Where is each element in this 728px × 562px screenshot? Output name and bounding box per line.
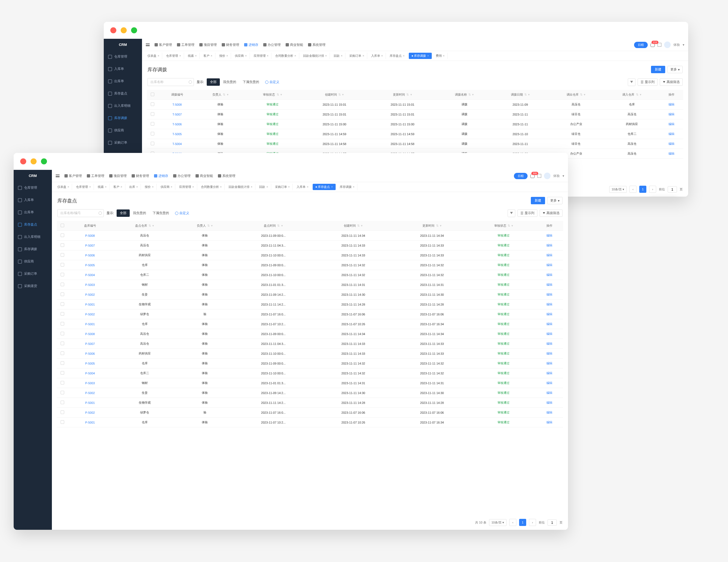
topnav-item[interactable]: 系统管理 xyxy=(308,43,325,47)
row-checkbox[interactable] xyxy=(61,420,64,424)
minimize-icon[interactable] xyxy=(121,27,127,33)
edit-link[interactable]: 编辑 xyxy=(546,273,552,276)
edit-link[interactable]: 编辑 xyxy=(546,391,552,394)
sidebar-item[interactable]: 仓库管理 xyxy=(104,51,142,63)
tab-close-icon[interactable]: × xyxy=(353,185,354,188)
filter-col-icon[interactable]: ▾ xyxy=(281,224,283,227)
avatar[interactable] xyxy=(664,42,671,48)
edit-link[interactable]: 编辑 xyxy=(546,421,552,424)
tab[interactable]: 合同数量分析× xyxy=(273,53,299,59)
avatar[interactable] xyxy=(544,173,551,179)
search-input[interactable]: 出库名称/编号 xyxy=(57,209,104,217)
bell-icon[interactable]: 215 xyxy=(650,43,655,47)
more-button[interactable]: 更多 ▾ xyxy=(667,66,683,73)
edit-link[interactable]: 编辑 xyxy=(668,122,674,126)
column-header[interactable]: 负责人 ⇅ ▾ xyxy=(196,90,245,100)
maximize-icon[interactable] xyxy=(41,158,47,164)
tab[interactable]: 库存调拨× xyxy=(337,184,357,190)
tab-close-icon[interactable]: × xyxy=(294,54,296,57)
new-button[interactable]: 新建 xyxy=(651,66,665,73)
row-checkbox[interactable] xyxy=(61,332,64,335)
tab-close-icon[interactable]: × xyxy=(211,54,212,57)
record-link[interactable]: P-5006 xyxy=(85,254,95,257)
tab[interactable]: 采购订单× xyxy=(272,184,293,190)
tab-close-icon[interactable]: × xyxy=(251,185,252,188)
filter-col-icon[interactable]: ▾ xyxy=(211,224,213,227)
tab-close-icon[interactable]: × xyxy=(267,54,268,57)
edit-link[interactable]: 编辑 xyxy=(668,103,674,106)
tab[interactable]: 供应商× xyxy=(232,53,250,59)
tab-close-icon[interactable]: × xyxy=(443,54,445,57)
row-checkbox[interactable] xyxy=(151,132,154,135)
topnav-item[interactable]: 商业智能 xyxy=(196,174,213,178)
tab[interactable]: 线索× xyxy=(185,53,200,59)
row-checkbox[interactable] xyxy=(61,342,64,345)
minimize-icon[interactable] xyxy=(31,158,37,164)
tab-close-icon[interactable]: × xyxy=(105,185,106,188)
edit-link[interactable]: 编辑 xyxy=(546,342,552,345)
column-header[interactable]: 创建时间 ⇅ ▾ xyxy=(314,221,393,231)
row-checkbox[interactable] xyxy=(61,273,64,276)
topnav-item[interactable]: 财务管理 xyxy=(132,174,149,178)
topnav-item[interactable]: 工单管理 xyxy=(87,174,104,178)
column-header[interactable]: 调拨名称 ⇅ ▾ xyxy=(437,90,492,100)
record-link[interactable]: P-5005 xyxy=(85,362,95,365)
tab[interactable]: 回款金额统计排× xyxy=(300,53,330,59)
topnav-item[interactable]: 客户管理 xyxy=(155,43,172,47)
record-link[interactable]: P-5007 xyxy=(85,244,95,247)
show-columns-button[interactable]: ☰ 显示列 xyxy=(638,78,658,86)
tab-close-icon[interactable]: × xyxy=(89,185,91,188)
tab-close-icon[interactable]: × xyxy=(362,54,364,57)
sidebar-item[interactable]: 库存盘点 xyxy=(14,218,52,231)
filter-col-icon[interactable]: ▾ xyxy=(342,93,344,96)
tab[interactable]: 回款金额统计排× xyxy=(226,184,255,190)
tab-close-icon[interactable]: × xyxy=(226,54,228,57)
tab[interactable]: 客户× xyxy=(201,53,215,59)
advanced-filter-button[interactable]: 高级筛选 xyxy=(540,209,563,217)
maximize-icon[interactable] xyxy=(131,27,137,33)
record-link[interactable]: T-5008 xyxy=(172,103,182,106)
record-link[interactable]: P-5001 xyxy=(85,323,95,326)
tab[interactable]: 采购订单× xyxy=(347,53,367,59)
new-button[interactable]: 新建 xyxy=(531,197,545,204)
row-checkbox[interactable] xyxy=(61,371,64,375)
edit-link[interactable]: 编辑 xyxy=(546,411,552,414)
next-page-button[interactable]: › xyxy=(529,519,536,526)
column-header[interactable]: 调拨日期 ⇅ ▾ xyxy=(492,90,548,100)
qr-icon[interactable] xyxy=(658,43,661,47)
sidebar-item[interactable]: 出入库明细 xyxy=(104,100,142,112)
tab[interactable]: 仓库管理× xyxy=(163,53,184,59)
tab-close-icon[interactable]: × xyxy=(307,185,308,188)
edit-link[interactable]: 编辑 xyxy=(546,253,552,257)
search-input[interactable]: 出库名称 xyxy=(147,78,194,86)
record-link[interactable]: P-5002 xyxy=(85,411,95,414)
row-checkbox[interactable] xyxy=(61,381,64,384)
tab-close-icon[interactable]: × xyxy=(331,185,333,188)
sidebar-item[interactable]: 仓库管理 xyxy=(14,182,52,194)
filter-col-icon[interactable]: ▾ xyxy=(152,224,154,227)
row-checkbox[interactable] xyxy=(151,142,154,145)
record-link[interactable]: T-5006 xyxy=(172,123,182,126)
tab[interactable]: ● 库存盘点× xyxy=(313,184,336,190)
row-checkbox[interactable] xyxy=(151,122,154,126)
topnav-item[interactable]: 办公管理 xyxy=(263,43,281,47)
column-header[interactable]: 盘点仓库 ⇅ ▾ xyxy=(112,221,177,231)
tab[interactable]: 仪表盘× xyxy=(55,184,72,190)
column-header[interactable]: 盘库编号 xyxy=(68,221,112,231)
tab[interactable]: 仓库管理× xyxy=(73,184,94,190)
tab[interactable]: 应用管理× xyxy=(251,53,271,59)
tab[interactable]: 应用管理× xyxy=(176,184,197,190)
tab-close-icon[interactable]: × xyxy=(341,54,342,57)
sidebar-item[interactable]: 库存盘点 xyxy=(104,87,142,100)
tab[interactable]: 报价× xyxy=(142,184,156,190)
tab-close-icon[interactable]: × xyxy=(171,185,172,188)
edit-link[interactable]: 编辑 xyxy=(546,293,552,296)
bell-icon[interactable]: 305 xyxy=(530,174,535,178)
tab[interactable]: 报价× xyxy=(217,53,231,59)
tab[interactable]: 仪表盘× xyxy=(145,53,162,59)
edit-link[interactable]: 编辑 xyxy=(546,381,552,384)
topnav-item[interactable]: 项目管理 xyxy=(199,43,217,47)
topnav-item[interactable]: 商业智能 xyxy=(286,43,303,47)
edit-link[interactable]: 编辑 xyxy=(546,362,552,365)
page-size-select[interactable]: 10条/页 ▾ xyxy=(489,519,507,526)
